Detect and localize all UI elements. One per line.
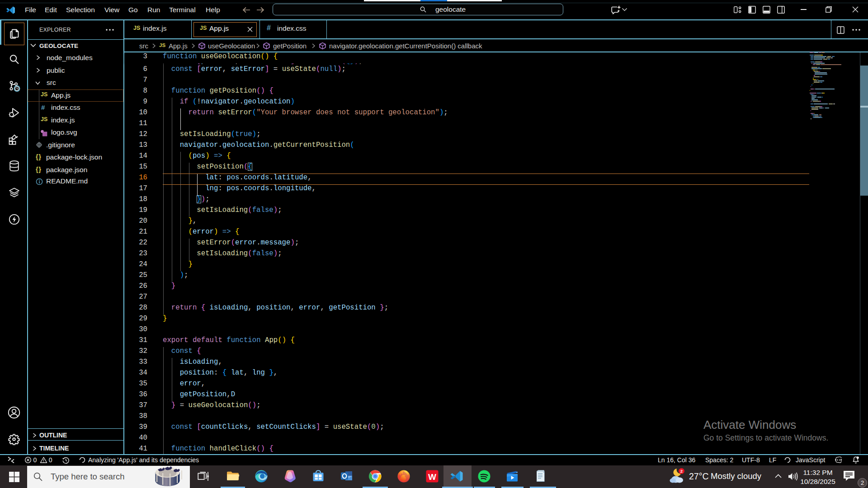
svg-text:2: 2	[680, 469, 683, 474]
svg-text:W: W	[428, 472, 436, 482]
